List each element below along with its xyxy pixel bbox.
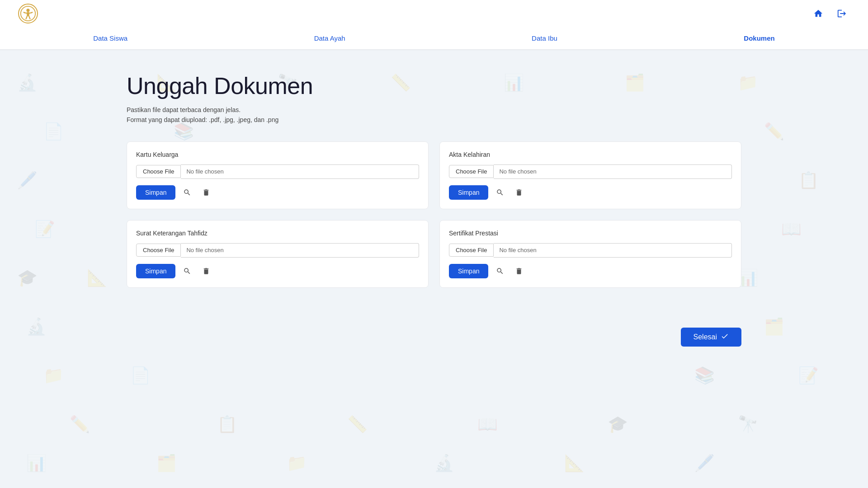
delete-btn-sertifikat-prestasi[interactable] [512,264,526,278]
svg-point-7 [24,12,25,13]
choose-file-btn-surat-keterangan-tahfidz[interactable]: Choose File [136,244,181,257]
simpan-btn-akta-kelahiran[interactable]: Simpan [449,185,488,200]
nav-item-data-ayah[interactable]: Data Ayah [307,33,353,44]
selesai-button[interactable]: Selesai [681,328,741,347]
selesai-label: Selesai [693,333,717,341]
file-input-surat-keterangan-tahfidz: Choose File No file chosen [136,243,419,258]
svg-line-4 [29,13,32,13]
file-name-sertifikat-prestasi: No file chosen [494,243,732,258]
page-subtitle-line1: Pastikan file dapat terbaca dengan jelas… [127,105,741,115]
selesai-area: Selesai [0,328,868,347]
main-nav: Data Siswa Data Ayah Data Ibu Dokumen [0,27,868,50]
simpan-btn-surat-keterangan-tahfidz[interactable]: Simpan [136,264,175,278]
choose-file-btn-akta-kelahiran[interactable]: Choose File [449,165,494,178]
card-actions-surat-keterangan-tahfidz: Simpan [136,264,419,278]
logo-area [18,4,38,23]
card-actions-kartu-keluarga: Simpan [136,185,419,200]
check-icon [721,332,729,342]
doc-card-title-kartu-keluarga: Kartu Keluarga [136,151,419,158]
card-actions-akta-kelahiran: Simpan [449,185,732,200]
doc-card-surat-keterangan-tahfidz: Surat Keterangan Tahfidz Choose File No … [127,220,429,288]
svg-line-3 [24,13,27,13]
simpan-btn-kartu-keluarga[interactable]: Simpan [136,185,175,200]
logo [18,4,38,23]
doc-card-title-sertifikat-prestasi: Sertifikat Prestasi [449,230,732,237]
nav-item-data-ibu[interactable]: Data Ibu [524,33,565,44]
svg-point-1 [26,9,29,12]
search-btn-akta-kelahiran[interactable] [493,185,507,200]
delete-btn-surat-keterangan-tahfidz[interactable] [199,264,213,278]
simpan-btn-sertifikat-prestasi[interactable]: Simpan [449,264,488,278]
file-name-surat-keterangan-tahfidz: No file chosen [181,243,419,258]
doc-card-title-surat-keterangan-tahfidz: Surat Keterangan Tahfidz [136,230,419,237]
main-content: Unggah Dokumen Pastikan file dapat terba… [0,50,868,324]
svg-point-8 [32,12,33,13]
file-input-kartu-keluarga: Choose File No file chosen [136,164,419,179]
nav-item-dokumen[interactable]: Dokumen [736,33,782,44]
svg-line-5 [26,16,28,19]
page-title: Unggah Dokumen [127,72,741,99]
doc-card-kartu-keluarga: Kartu Keluarga Choose File No file chose… [127,141,429,209]
search-btn-sertifikat-prestasi[interactable] [493,264,507,278]
file-name-kartu-keluarga: No file chosen [181,164,419,179]
documents-grid: Kartu Keluarga Choose File No file chose… [127,141,741,288]
page-subtitle-line2: Format yang dapat diupload: .pdf, .jpg, … [127,115,741,125]
logout-button[interactable] [834,5,850,22]
nav-item-data-siswa[interactable]: Data Siswa [86,33,135,44]
card-actions-sertifikat-prestasi: Simpan [449,264,732,278]
doc-card-sertifikat-prestasi: Sertifikat Prestasi Choose File No file … [439,220,741,288]
delete-btn-kartu-keluarga[interactable] [199,185,213,200]
file-input-akta-kelahiran: Choose File No file chosen [449,164,732,179]
delete-btn-akta-kelahiran[interactable] [512,185,526,200]
svg-rect-2 [27,12,29,16]
doc-card-title-akta-kelahiran: Akta Kelahiran [449,151,732,158]
file-input-sertifikat-prestasi: Choose File No file chosen [449,243,732,258]
app-header [0,0,868,27]
choose-file-btn-sertifikat-prestasi[interactable]: Choose File [449,244,494,257]
search-btn-kartu-keluarga[interactable] [180,185,194,200]
header-actions [810,5,850,22]
svg-line-6 [29,16,30,19]
choose-file-btn-kartu-keluarga[interactable]: Choose File [136,165,181,178]
doc-card-akta-kelahiran: Akta Kelahiran Choose File No file chose… [439,141,741,209]
search-btn-surat-keterangan-tahfidz[interactable] [180,264,194,278]
home-button[interactable] [810,5,826,22]
file-name-akta-kelahiran: No file chosen [494,164,732,179]
